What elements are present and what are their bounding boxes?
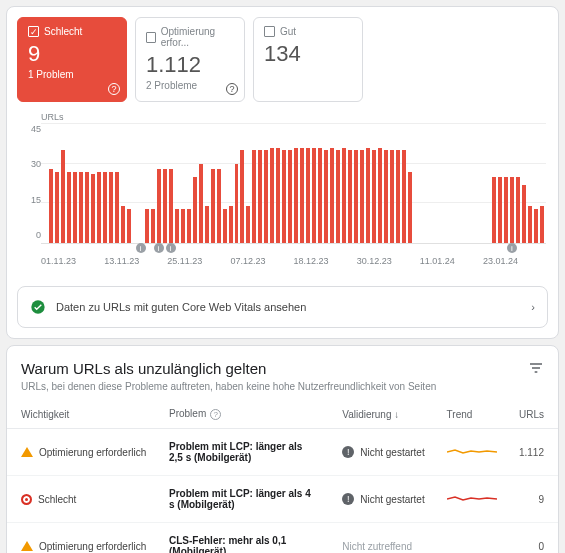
card-bad-sub: 1 Problem <box>28 69 116 80</box>
chart-bar <box>240 150 244 243</box>
help-icon[interactable]: ? <box>108 83 120 95</box>
card-good-label: Gut <box>280 26 296 37</box>
issues-subtitle: URLs, bei denen diese Probleme auftreten… <box>21 381 436 392</box>
chart-bar <box>516 177 520 243</box>
card-warn-label: Optimierung erfor... <box>161 26 234 48</box>
chart-bar <box>342 148 346 243</box>
col-problem[interactable]: Problem? <box>155 398 328 429</box>
chart-bar <box>396 150 400 243</box>
chart-bar: i <box>510 177 514 243</box>
chart-bar <box>378 148 382 243</box>
table-row[interactable]: Optimierung erforderlichProblem mit LCP:… <box>7 429 558 476</box>
svg-point-0 <box>31 300 44 313</box>
table-row[interactable]: SchlechtProblem mit LCP: länger als 4 s … <box>7 476 558 523</box>
card-warn[interactable]: Optimierung erfor... 1.112 2 Probleme ? <box>135 17 245 102</box>
chart-bar <box>534 209 538 243</box>
chart-bar <box>121 206 125 243</box>
chart-bar <box>163 169 167 243</box>
exclamation-icon: ! <box>342 493 354 505</box>
chart-bar <box>264 150 268 243</box>
chart-bar <box>360 150 364 243</box>
chart-bar <box>330 148 334 243</box>
chart-bar <box>336 150 340 243</box>
info-marker-icon: i <box>166 243 176 253</box>
good-vitals-banner[interactable]: Daten zu URLs mit guten Core Web Vitals … <box>17 286 548 328</box>
chart-bar <box>205 206 209 243</box>
chart-bar <box>217 169 221 243</box>
chart-bar <box>504 177 508 243</box>
chart-bar <box>354 150 358 243</box>
filter-icon[interactable] <box>528 360 544 376</box>
chart-bar <box>282 150 286 243</box>
issues-title: Warum URLs als unzulänglich gelten <box>21 360 436 377</box>
error-icon <box>21 494 32 505</box>
trend-cell <box>433 523 504 554</box>
validation-text: Nicht zutreffend <box>342 541 412 552</box>
chart-bar <box>175 209 179 243</box>
chart-bar <box>151 209 155 243</box>
overview-panel: ✓Schlecht 9 1 Problem ? Optimierung erfo… <box>6 6 559 339</box>
card-bad[interactable]: ✓Schlecht 9 1 Problem ? <box>17 17 127 102</box>
chart-bar: i <box>157 169 161 243</box>
help-icon: ? <box>210 409 221 420</box>
chart-bar <box>540 206 544 243</box>
chart-bar <box>235 164 239 243</box>
chart-area: URLs 4530150 iiii 01.11.2313.11.2325.11.… <box>7 108 558 276</box>
chart-bar <box>306 148 310 243</box>
card-good[interactable]: Gut 134 <box>253 17 363 102</box>
chart-bar <box>181 209 185 243</box>
chart-bar <box>73 172 77 243</box>
info-marker-icon: i <box>136 243 146 253</box>
help-icon[interactable]: ? <box>226 83 238 95</box>
card-warn-value: 1.112 <box>146 52 234 78</box>
chart-bar <box>246 206 250 243</box>
chart-bar <box>67 172 71 243</box>
chart-bar <box>288 150 292 243</box>
chart-bar <box>300 148 304 243</box>
chart-bar <box>109 172 113 243</box>
table-row[interactable]: Optimierung erforderlichCLS-Fehler: mehr… <box>7 523 558 554</box>
chart-bar <box>199 164 203 243</box>
checkbox-icon: ✓ <box>28 26 39 37</box>
chart-ylabel: URLs <box>41 112 546 122</box>
col-urls[interactable]: URLs <box>504 398 558 429</box>
chart-bar: i <box>169 169 173 243</box>
col-validation[interactable]: Validierung ↓ <box>328 398 432 429</box>
trend-cell <box>433 429 504 476</box>
chart-bar <box>61 150 65 243</box>
card-warn-sub: 2 Probleme <box>146 80 234 91</box>
validation-text: Nicht gestartet <box>360 494 424 505</box>
chart-bar <box>318 148 322 243</box>
card-bad-value: 9 <box>28 41 116 67</box>
chart-bar <box>229 206 233 243</box>
chart-bar <box>408 172 412 243</box>
chart-bar <box>270 148 274 243</box>
info-marker-icon: i <box>507 243 517 253</box>
col-trend[interactable]: Trend <box>433 398 504 429</box>
chart-bar <box>103 172 107 243</box>
chart-bar <box>145 209 149 243</box>
urls-count: 1.112 <box>504 429 558 476</box>
chart-bar <box>276 148 280 243</box>
banner-text: Daten zu URLs mit guten Core Web Vitals … <box>56 301 306 313</box>
chart-bar <box>115 172 119 243</box>
col-severity[interactable]: Wichtigkeit <box>7 398 155 429</box>
checkbox-icon <box>264 26 275 37</box>
urls-count: 9 <box>504 476 558 523</box>
chart-bar <box>498 177 502 243</box>
problem-text: Problem mit LCP: länger als 2,5 s (Mobil… <box>169 441 319 463</box>
chart-bar <box>522 185 526 243</box>
chart-bar <box>312 148 316 243</box>
chart-bar <box>258 150 262 243</box>
chart-bar <box>97 172 101 243</box>
chart-bar <box>324 150 328 243</box>
severity-label: Schlecht <box>38 494 76 505</box>
chart-bar <box>223 209 227 243</box>
card-good-value: 134 <box>264 41 352 67</box>
trend-cell <box>433 476 504 523</box>
warning-icon <box>21 541 33 551</box>
chart-bar <box>366 148 370 243</box>
info-marker-icon: i <box>154 243 164 253</box>
urls-count: 0 <box>504 523 558 554</box>
chart-bar <box>528 206 532 243</box>
